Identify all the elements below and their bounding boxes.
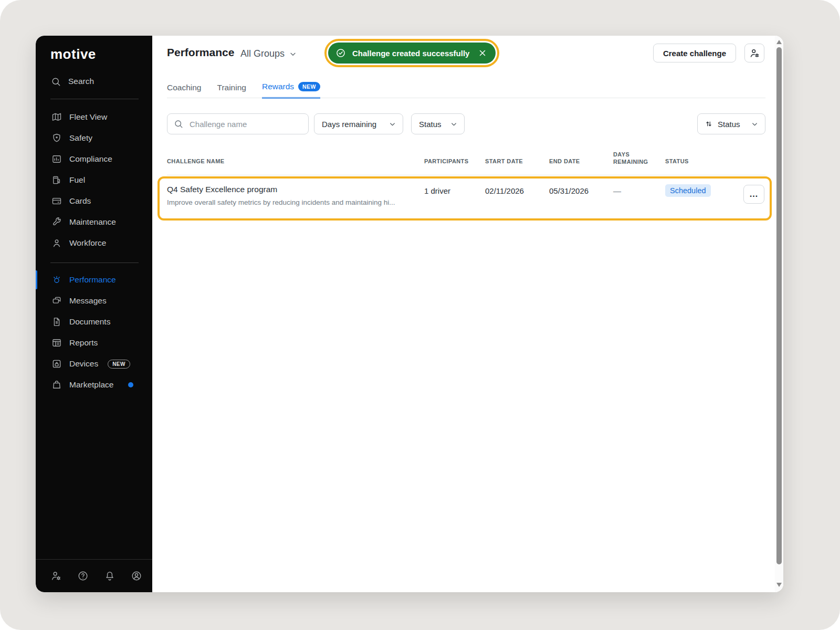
search-input[interactable] xyxy=(188,119,302,129)
credit-card-icon xyxy=(51,196,62,206)
sidebar-item-label: Search xyxy=(68,77,94,86)
tabs-divider xyxy=(167,98,765,98)
tab-label: Rewards xyxy=(262,82,294,91)
sort-label: Status xyxy=(718,120,740,129)
sidebar-item-label: Marketplace xyxy=(69,380,113,390)
person-icon xyxy=(51,238,62,248)
participants-cell: 1 driver xyxy=(424,186,450,195)
challenge-search[interactable] xyxy=(167,113,309,134)
sidebar-item-cards[interactable]: Cards xyxy=(36,191,152,212)
sidebar-item-performance[interactable]: Performance xyxy=(36,269,152,290)
help-icon[interactable] xyxy=(75,568,91,584)
sidebar-item-search[interactable]: Search xyxy=(50,74,94,89)
sidebar-item-label: Performance xyxy=(69,275,116,285)
group-selector[interactable]: All Groups xyxy=(240,48,297,59)
app-window: motive Search Fleet View Safety xyxy=(36,36,783,592)
filter-label: Days remaining xyxy=(322,120,376,129)
sidebar: motive Search Fleet View Safety xyxy=(36,36,152,592)
sidebar-item-label: Documents xyxy=(69,317,110,327)
sidebar-item-maintenance[interactable]: Maintenance xyxy=(36,212,152,233)
sidebar-item-reports[interactable]: Reports xyxy=(36,332,152,353)
rewards-new-badge: NEW xyxy=(298,82,320,91)
sidebar-item-label: Workforce xyxy=(69,238,106,248)
create-challenge-button[interactable]: Create challenge xyxy=(653,44,736,62)
sort-selector[interactable]: Status xyxy=(697,113,765,134)
sidebar-item-messages[interactable]: Messages xyxy=(36,290,152,311)
filter-label: Status xyxy=(419,120,442,129)
sidebar-item-label: Compliance xyxy=(69,154,112,164)
desktop-background: motive Search Fleet View Safety xyxy=(0,0,840,630)
tab-coaching[interactable]: Coaching xyxy=(167,82,202,99)
tab-label: Coaching xyxy=(167,83,202,92)
status-filter[interactable]: Status xyxy=(411,113,465,134)
column-header-days-remaining: DAYS REMAINING xyxy=(613,151,650,165)
motive-logo: motive xyxy=(50,46,96,62)
sidebar-item-label: Maintenance xyxy=(69,217,116,227)
sidebar-item-label: Cards xyxy=(69,196,91,206)
marketplace-notification-dot xyxy=(128,382,133,387)
sidebar-item-fuel[interactable]: Fuel xyxy=(36,170,152,191)
sidebar-item-label: Reports xyxy=(69,338,98,348)
sidebar-item-label: Safety xyxy=(69,133,92,143)
toast-message: Challenge created successfully xyxy=(352,49,469,58)
user-gear-icon xyxy=(749,48,760,59)
group-selector-label: All Groups xyxy=(240,48,285,59)
search-icon xyxy=(174,119,183,129)
filter-row: Days remaining Status Status xyxy=(152,113,783,134)
days-remaining-filter[interactable]: Days remaining xyxy=(314,113,403,134)
column-header-start-date: START DATE xyxy=(485,158,523,164)
column-header-challenge-name: CHALLENGE NAME xyxy=(167,158,225,164)
sidebar-item-label: Fleet View xyxy=(69,112,107,122)
bag-icon xyxy=(51,380,62,390)
search-icon xyxy=(50,76,61,87)
status-badge: Scheduled xyxy=(665,184,711,197)
sidebar-item-safety[interactable]: Safety xyxy=(36,128,152,149)
chevron-down-icon xyxy=(289,50,297,58)
challenge-description: Improve overall safety metrics by reduci… xyxy=(167,198,395,206)
sidebar-footer-divider xyxy=(36,559,152,560)
row-menu-button[interactable]: … xyxy=(743,185,764,204)
table-header-divider xyxy=(167,175,765,175)
sidebar-item-workforce[interactable]: Workforce xyxy=(36,233,152,254)
challenge-name[interactable]: Q4 Safety Excellence program xyxy=(167,185,277,194)
success-toast: Challenge created successfully xyxy=(328,43,496,64)
page-title: Performance xyxy=(167,46,234,59)
table-row[interactable]: Q4 Safety Excellence program Improve ove… xyxy=(160,178,770,218)
vertical-scrollbar[interactable] xyxy=(775,36,783,592)
row-highlight-ring: Q4 Safety Excellence program Improve ove… xyxy=(158,176,772,220)
user-settings-icon[interactable] xyxy=(48,568,65,584)
scrollbar-thumb[interactable] xyxy=(776,47,782,564)
close-icon[interactable] xyxy=(478,48,487,58)
sidebar-item-compliance[interactable]: Compliance xyxy=(36,149,152,170)
notifications-bell-icon[interactable] xyxy=(101,568,118,584)
sidebar-item-label: Messages xyxy=(69,296,107,306)
sidebar-divider xyxy=(50,99,139,99)
sidebar-item-documents[interactable]: Documents xyxy=(36,311,152,332)
account-icon[interactable] xyxy=(128,568,145,584)
wrench-icon xyxy=(51,217,62,227)
user-settings-button[interactable] xyxy=(744,44,764,62)
tab-rewards[interactable]: Rewards NEW xyxy=(262,82,320,99)
sidebar-nav-primary: Fleet View Safety Compliance Fuel Cards xyxy=(36,107,152,254)
tab-bar: Coaching Training Rewards NEW xyxy=(167,82,320,99)
days-remaining-cell: — xyxy=(613,186,621,195)
sidebar-item-fleet-view[interactable]: Fleet View xyxy=(36,107,152,128)
scrollbar-down-arrow-icon[interactable] xyxy=(776,583,782,587)
fuel-icon xyxy=(51,175,62,185)
column-header-status: STATUS xyxy=(665,158,689,164)
column-header-participants: PARTICIPANTS xyxy=(424,158,468,164)
scrollbar-up-arrow-icon[interactable] xyxy=(776,40,782,44)
devices-new-badge: NEW xyxy=(108,360,130,369)
chat-icon xyxy=(51,296,62,306)
devices-icon xyxy=(51,359,62,369)
sidebar-item-devices[interactable]: Devices NEW xyxy=(36,353,152,374)
map-icon xyxy=(51,112,62,122)
sort-arrows-icon xyxy=(704,119,713,129)
sidebar-item-label: Devices xyxy=(69,359,98,369)
tab-training[interactable]: Training xyxy=(217,82,246,99)
sidebar-divider xyxy=(50,262,139,263)
chevron-down-icon xyxy=(450,120,458,128)
chevron-down-icon xyxy=(388,120,396,128)
sidebar-item-label: Fuel xyxy=(69,175,85,185)
sidebar-item-marketplace[interactable]: Marketplace xyxy=(36,374,152,395)
